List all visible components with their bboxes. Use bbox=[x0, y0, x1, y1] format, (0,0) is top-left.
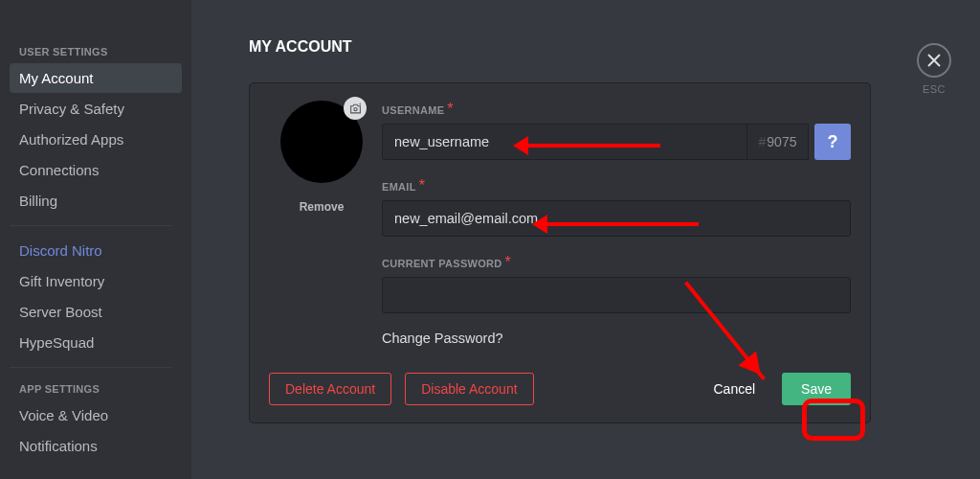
sidebar-divider bbox=[10, 225, 172, 226]
current-password-label: CURRENT PASSWORD* bbox=[382, 254, 851, 271]
sidebar-item-connections[interactable]: Connections bbox=[10, 155, 182, 185]
discriminator-value: 9075 bbox=[767, 134, 796, 149]
svg-point-0 bbox=[353, 107, 356, 110]
close-icon bbox=[917, 43, 951, 78]
sidebar-divider bbox=[10, 367, 172, 368]
sidebar-item-discord-nitro[interactable]: Discord Nitro bbox=[10, 236, 182, 265]
username-label: USERNAME* bbox=[382, 101, 851, 118]
close-label: ESC bbox=[917, 83, 951, 95]
delete-account-button[interactable]: Delete Account bbox=[269, 373, 391, 405]
current-password-input[interactable] bbox=[382, 277, 851, 313]
close-button[interactable]: ESC bbox=[917, 43, 951, 95]
sidebar-item-my-account[interactable]: My Account bbox=[10, 63, 182, 93]
sidebar-item-gift-inventory[interactable]: Gift Inventory bbox=[10, 266, 182, 296]
svg-text:+: + bbox=[358, 103, 361, 106]
username-input[interactable] bbox=[382, 124, 747, 160]
sidebar-item-billing[interactable]: Billing bbox=[10, 186, 182, 216]
avatar-remove-button[interactable]: Remove bbox=[269, 200, 374, 214]
sidebar-item-hypesquad[interactable]: HypeSquad bbox=[10, 328, 182, 357]
sidebar-item-privacy-safety[interactable]: Privacy & Safety bbox=[10, 94, 182, 124]
sidebar-item-notifications[interactable]: Notifications bbox=[10, 431, 182, 461]
sidebar-item-server-boost[interactable]: Server Boost bbox=[10, 297, 182, 327]
sidebar-item-voice-video[interactable]: Voice & Video bbox=[10, 400, 182, 430]
discriminator: #9075 bbox=[747, 124, 809, 160]
email-label: EMAIL* bbox=[382, 177, 851, 194]
upload-avatar-icon[interactable]: + bbox=[344, 97, 367, 120]
email-input[interactable] bbox=[382, 200, 851, 237]
change-password-link[interactable]: Change Password? bbox=[382, 331, 851, 346]
avatar[interactable]: + bbox=[280, 101, 363, 183]
main-panel: MY ACCOUNT ESC + Remove USERNAME* #9075 bbox=[191, 0, 980, 479]
sidebar-item-authorized-apps[interactable]: Authorized Apps bbox=[10, 125, 182, 154]
discriminator-help-button[interactable]: ? bbox=[814, 124, 851, 160]
sidebar: USER SETTINGS My Account Privacy & Safet… bbox=[0, 0, 191, 479]
page-title: MY ACCOUNT bbox=[249, 38, 942, 56]
disable-account-button[interactable]: Disable Account bbox=[405, 373, 533, 405]
sidebar-header-app-settings: APP SETTINGS bbox=[19, 383, 182, 395]
cancel-button[interactable]: Cancel bbox=[700, 373, 768, 405]
account-card: + Remove USERNAME* #9075 ? EMAIL* CURREN… bbox=[249, 82, 871, 423]
sidebar-header-user-settings: USER SETTINGS bbox=[19, 46, 182, 57]
save-button[interactable]: Save bbox=[782, 373, 851, 405]
